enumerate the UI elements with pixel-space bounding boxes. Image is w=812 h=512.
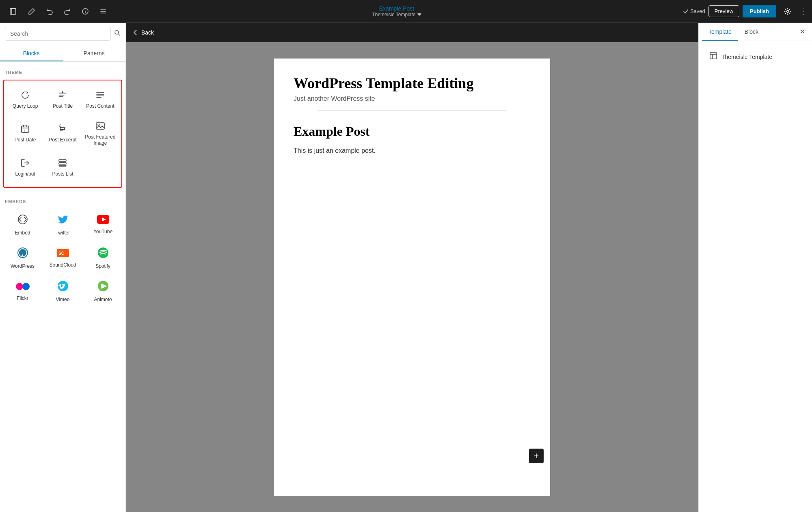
post-featured-image-icon [95, 121, 105, 131]
redo-button[interactable] [60, 4, 75, 19]
canvas-post-title: Example Post [294, 124, 531, 139]
sidebar-tabs: Blocks Patterns [0, 45, 125, 62]
right-tab-block[interactable]: Block [738, 23, 765, 41]
embed-item-embed[interactable]: Embed [3, 209, 42, 241]
svg-point-8 [787, 10, 789, 12]
tab-blocks[interactable]: Blocks [0, 45, 63, 61]
embed-item-animoto[interactable]: Animoto [84, 276, 122, 307]
embed-label-soundcloud: SoundCloud [49, 262, 76, 268]
right-sidebar-content: Themeisle Template [699, 41, 812, 72]
embed-label-vimeo: Vimeo [56, 297, 70, 302]
edit-pen-button[interactable] [24, 4, 39, 19]
twitter-icon [57, 214, 69, 227]
right-sidebar-close-button[interactable]: ✕ [796, 24, 809, 39]
svg-rect-31 [59, 163, 66, 164]
embed-label-youtube: YouTube [93, 229, 112, 234]
block-label-post-date: Post Date [15, 137, 36, 143]
undo-button[interactable] [42, 4, 57, 19]
site-tagline: Just another WordPress site [294, 95, 531, 102]
block-item-post-excerpt[interactable]: " Post Excerpt [45, 116, 80, 152]
embed-label-wordpress: WordPress [11, 263, 35, 269]
theme-blocks-section: Query Loop Post Title [3, 80, 122, 188]
soundcloud-icon: SC [57, 248, 69, 259]
embed-label-spotify: Spotify [95, 263, 110, 269]
block-item-post-date[interactable]: ? Post Date [7, 116, 43, 152]
flickr-icon [16, 282, 30, 292]
youtube-icon [97, 215, 109, 226]
template-icon [709, 52, 717, 62]
saved-indicator: Saved [683, 8, 705, 14]
preview-button[interactable]: Preview [708, 5, 739, 17]
add-block-button[interactable]: + [529, 449, 544, 463]
post-date-icon: ? [20, 124, 30, 134]
template-item[interactable]: Themeisle Template [705, 48, 806, 66]
list-view-button[interactable] [96, 4, 110, 19]
svg-rect-32 [59, 165, 66, 166]
site-title: WordPress Template Editing [294, 75, 531, 92]
block-item-login-out[interactable]: Login/out [7, 153, 43, 182]
embed-label-embed: Embed [15, 230, 30, 236]
divider [318, 111, 506, 111]
canvas-document: WordPress Template Editing Just another … [274, 59, 550, 496]
back-label: Back [141, 29, 154, 36]
embed-label-flickr: Flickr [17, 295, 28, 301]
post-excerpt-icon: " [58, 124, 67, 134]
top-bar-right: Saved Preview Publish ⋮ [683, 3, 807, 20]
block-item-posts-list[interactable]: Posts List [45, 153, 80, 182]
embeds-section-label: EMBEDS [0, 194, 125, 207]
block-item-post-title[interactable]: Post Title [45, 85, 80, 115]
embed-item-youtube[interactable]: YouTube [84, 209, 122, 241]
query-loop-icon [20, 90, 30, 100]
template-name-label: Themeisle Template [372, 12, 415, 17]
close-editor-button[interactable] [5, 3, 21, 20]
embed-item-twitter[interactable]: Twitter [43, 209, 82, 241]
tab-patterns[interactable]: Patterns [63, 45, 126, 61]
embed-item-spotify[interactable]: Spotify [84, 242, 122, 274]
template-selector[interactable]: Themeisle Template [372, 12, 421, 17]
embed-grid: Embed Twitter [0, 207, 125, 309]
search-button[interactable] [114, 30, 121, 38]
post-title-icon [58, 90, 67, 100]
embed-item-wordpress[interactable]: WordPress [3, 242, 42, 274]
embed-item-vimeo[interactable]: Vimeo [43, 276, 82, 307]
center-content: Back WordPress Template Editing Just ano… [126, 23, 698, 512]
block-label-post-excerpt: Post Excerpt [49, 137, 76, 143]
svg-text:?: ? [24, 129, 25, 132]
saved-label: Saved [690, 8, 705, 14]
back-button[interactable]: Back [132, 29, 154, 36]
embed-label-twitter: Twitter [56, 230, 70, 236]
embed-icon [17, 214, 28, 227]
canvas-area: WordPress Template Editing Just another … [126, 42, 698, 512]
info-button[interactable] [78, 4, 93, 19]
spotify-icon [97, 247, 109, 260]
settings-button[interactable] [780, 3, 796, 20]
template-name: Themeisle Template [721, 54, 772, 60]
block-label-posts-list: Posts List [52, 171, 73, 178]
post-title-label: Example Post [379, 5, 414, 12]
block-item-post-content[interactable]: Post Content [82, 85, 118, 115]
block-item-query-loop[interactable]: Query Loop [7, 85, 43, 115]
embed-item-soundcloud[interactable]: SC SoundCloud [43, 242, 82, 274]
embeds-section: EMBEDS Embed [0, 193, 125, 312]
animoto-icon [97, 280, 109, 293]
back-bar: Back [126, 23, 698, 42]
right-tab-row: Template Block ✕ [699, 23, 812, 41]
svg-point-4 [85, 9, 86, 10]
top-bar-center: Example Post Themeisle Template [114, 5, 680, 17]
publish-button[interactable]: Publish [743, 5, 776, 17]
svg-line-10 [118, 34, 120, 35]
svg-point-28 [98, 124, 99, 126]
svg-point-40 [16, 283, 23, 290]
block-label-post-content: Post Content [86, 103, 114, 110]
more-options-button[interactable]: ⋮ [799, 7, 807, 16]
search-input[interactable] [5, 27, 111, 41]
right-tab-template[interactable]: Template [702, 23, 738, 41]
svg-point-39 [98, 247, 108, 258]
post-content-icon [95, 90, 105, 100]
canvas-post-content: This is just an example post. [294, 145, 531, 156]
top-bar: Example Post Themeisle Template Saved Pr… [0, 0, 812, 23]
embed-item-flickr[interactable]: Flickr [3, 276, 42, 307]
right-sidebar: Template Block ✕ Themeisle Template [698, 23, 812, 512]
block-item-post-featured-image[interactable]: Post Featured Image [82, 116, 118, 152]
svg-text:": " [59, 124, 61, 128]
